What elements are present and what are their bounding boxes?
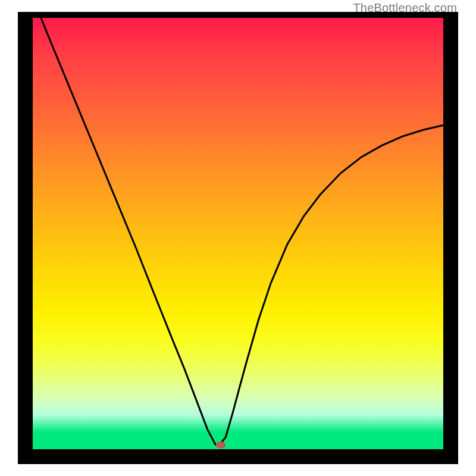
chart-stage: TheBottleneck.com <box>0 0 476 476</box>
chart-frame <box>18 12 458 464</box>
curve-line <box>41 18 443 445</box>
minimum-marker <box>216 442 226 449</box>
plot-area <box>33 18 443 449</box>
curve-svg <box>33 18 443 449</box>
